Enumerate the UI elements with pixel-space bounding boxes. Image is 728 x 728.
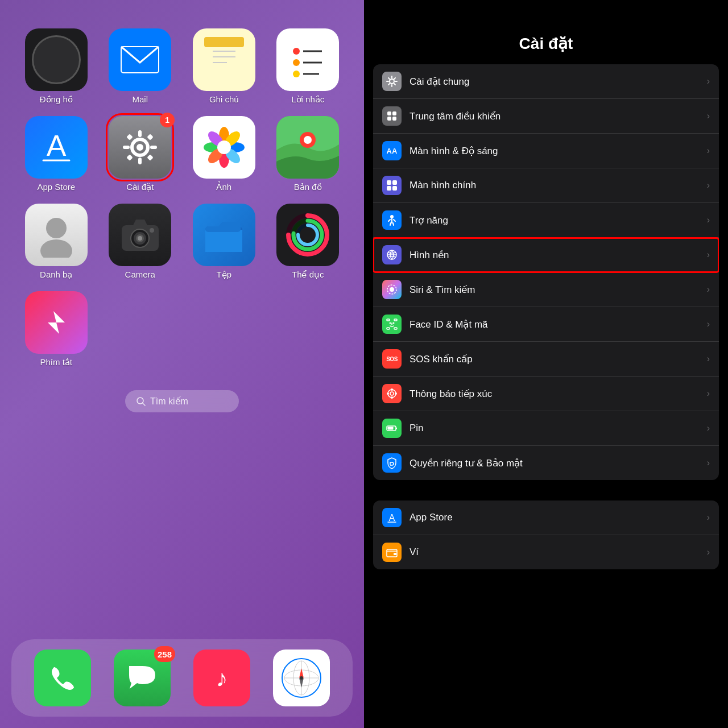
settings-row-battery[interactable]: Pin › (373, 411, 719, 446)
app-contacts[interactable]: Danh bạ (17, 204, 96, 280)
settings-row-homescreen[interactable]: Màn hình chính › (373, 168, 719, 203)
search-bar[interactable]: Tìm kiếm (125, 390, 239, 412)
svg-rect-90 (394, 319, 397, 321)
settings-label-display: Màn hình & Độ sáng (410, 145, 707, 157)
app-reminders-label: Lời nhắc (291, 94, 324, 105)
settings-label-general: Cài đặt chung (410, 76, 707, 88)
svg-point-41 (217, 140, 231, 154)
app-clock[interactable]: 12 6 9 3 Đồng hồ (17, 28, 96, 105)
svg-rect-56 (205, 226, 241, 232)
app-reminders[interactable]: Lời nhắc (269, 28, 348, 105)
svg-line-7 (56, 60, 65, 62)
svg-rect-82 (387, 186, 391, 191)
app-settings-label: Cài đặt (126, 182, 154, 192)
settings-icon-faceid (382, 315, 402, 334)
app-appstore-label: App Store (37, 182, 75, 192)
settings-label-control: Trung tâm điều khiển (410, 110, 707, 122)
svg-point-63 (137, 398, 143, 404)
app-notes[interactable]: Ghi chú (185, 28, 263, 105)
settings-label-wallet: Ví (410, 547, 707, 558)
app-appstore[interactable]: A App Store (17, 116, 96, 192)
app-grid: 12 6 9 3 Đồng hồ (17, 28, 347, 367)
settings-icon-accessibility (382, 210, 402, 230)
svg-rect-55 (205, 230, 242, 252)
settings-row-wallpaper[interactable]: Hình nền › (373, 238, 719, 272)
chevron-contact-tracing: › (707, 388, 710, 399)
settings-row-general[interactable]: Cài đặt chung › (373, 64, 719, 99)
svg-point-100 (391, 388, 393, 391)
svg-rect-89 (387, 319, 390, 321)
app-shortcuts[interactable]: Phím tắt (17, 291, 96, 367)
settings-icon-display: AA (382, 141, 402, 160)
settings-row-display[interactable]: AA Màn hình & Độ sáng › (373, 134, 719, 168)
settings-icon-siri (382, 280, 402, 299)
svg-rect-92 (394, 328, 397, 329)
settings-row-wallet[interactable]: Ví › (373, 535, 719, 569)
svg-line-64 (143, 403, 145, 406)
svg-point-44 (304, 136, 312, 144)
chevron-siri: › (707, 284, 710, 295)
app-camera[interactable]: Camera (101, 204, 180, 280)
settings-icon-appstore: A (382, 508, 402, 527)
svg-point-101 (391, 396, 393, 399)
svg-text:A: A (389, 513, 395, 523)
svg-rect-80 (387, 180, 391, 185)
settings-row-faceid[interactable]: Face ID & Mật mã › (373, 307, 719, 342)
svg-point-46 (40, 239, 72, 258)
settings-section-2: A App Store › Ví › (373, 500, 719, 569)
svg-rect-78 (387, 117, 391, 121)
svg-point-17 (293, 59, 300, 66)
app-fitness[interactable]: Thể dục (269, 204, 348, 280)
dock-music[interactable]: ♪ (193, 650, 250, 706)
app-mail[interactable]: Mail (101, 28, 180, 105)
settings-label-privacy: Quyền riêng tư & Bảo mật (410, 457, 707, 469)
settings-title: Cài đặt (381, 34, 711, 53)
dock-safari[interactable] (273, 650, 330, 706)
settings-list: Cài đặt chung › Trung tâm điều khiển › (364, 64, 728, 728)
app-maps[interactable]: Bản đồ (269, 116, 348, 192)
chevron-faceid: › (707, 319, 710, 329)
svg-text:A: A (46, 129, 66, 162)
chevron-battery: › (707, 423, 710, 433)
settings-row-privacy[interactable]: Quyền riêng tư & Bảo mật › (373, 446, 719, 480)
app-photos[interactable]: Ảnh (185, 116, 263, 192)
settings-icon-sos: SOS (382, 349, 402, 369)
settings-icon-wallet (382, 543, 402, 562)
settings-label-battery: Pin (410, 423, 707, 434)
svg-text:♪: ♪ (216, 665, 228, 692)
dock: 258 ♪ (11, 639, 353, 717)
home-screen: 12 6 9 3 Đồng hồ (0, 0, 364, 728)
settings-row-appstore[interactable]: A App Store › (373, 500, 719, 535)
settings-icon-privacy (382, 453, 402, 473)
settings-label-faceid: Face ID & Mật mã (410, 318, 707, 330)
app-photos-label: Ảnh (216, 182, 231, 192)
chevron-privacy: › (707, 458, 710, 468)
settings-row-contact-tracing[interactable]: Thông báo tiếp xúc › (373, 377, 719, 411)
dock-messages[interactable]: 258 (114, 650, 171, 706)
app-contacts-label: Danh bạ (40, 270, 72, 280)
search-label: Tìm kiếm (150, 396, 188, 407)
app-maps-label: Bản đồ (294, 182, 322, 192)
settings-row-accessibility[interactable]: Trợ năng › (373, 203, 719, 238)
settings-label-sos: SOS khẩn cấp (410, 353, 707, 365)
svg-text:6: 6 (55, 71, 57, 77)
svg-point-88 (390, 287, 394, 292)
app-fitness-label: Thể dục (292, 270, 324, 280)
chevron-appstore: › (707, 512, 710, 523)
settings-row-siri[interactable]: Siri & Tìm kiếm › (373, 272, 719, 307)
svg-rect-108 (394, 553, 396, 555)
app-settings[interactable]: 1 Cài đặt (101, 116, 180, 192)
dock-phone[interactable] (34, 650, 91, 706)
svg-point-93 (390, 322, 391, 324)
svg-rect-83 (392, 186, 397, 191)
svg-rect-79 (392, 117, 396, 121)
settings-row-control[interactable]: Trung tâm điều khiển › (373, 99, 719, 134)
chevron-sos: › (707, 354, 710, 364)
settings-row-sos[interactable]: SOS SOS khẩn cấp › (373, 342, 719, 377)
settings-icon-contact-tracing (382, 384, 402, 403)
settings-label-siri: Siri & Tìm kiếm (410, 284, 707, 296)
svg-point-15 (293, 48, 300, 55)
app-files[interactable]: Tệp (185, 204, 263, 280)
svg-rect-91 (387, 328, 390, 329)
app-clock-label: Đồng hồ (40, 94, 73, 105)
